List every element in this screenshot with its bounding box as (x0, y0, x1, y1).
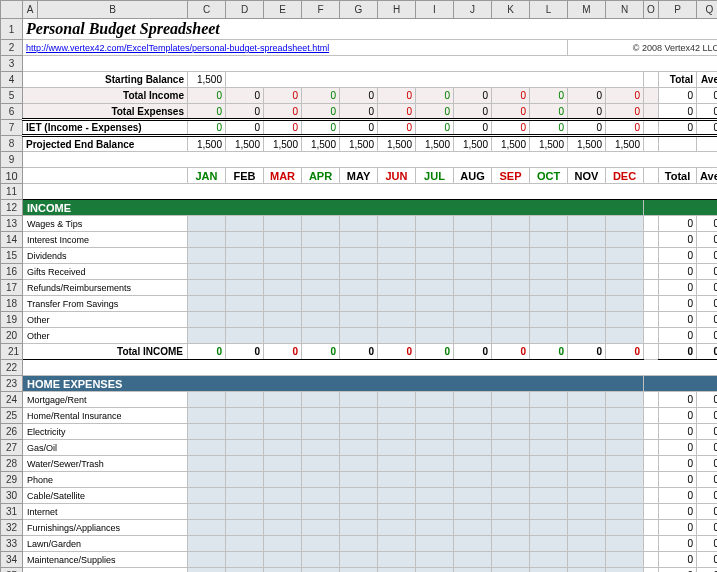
cell[interactable] (606, 232, 644, 248)
cell[interactable] (378, 424, 416, 440)
cell[interactable] (378, 440, 416, 456)
cell[interactable] (492, 568, 530, 573)
cell[interactable] (302, 536, 340, 552)
cell[interactable] (454, 488, 492, 504)
cell[interactable] (568, 312, 606, 328)
cell[interactable] (530, 568, 568, 573)
cell[interactable] (492, 552, 530, 568)
cell[interactable] (530, 248, 568, 264)
cell[interactable] (188, 296, 226, 312)
cell[interactable] (226, 424, 264, 440)
cell[interactable] (264, 232, 302, 248)
cell[interactable] (606, 552, 644, 568)
cell[interactable] (454, 552, 492, 568)
cell[interactable] (340, 232, 378, 248)
cell[interactable]: 0 (264, 120, 302, 136)
cell[interactable] (568, 216, 606, 232)
cell[interactable] (226, 216, 264, 232)
cell[interactable] (606, 520, 644, 536)
cell[interactable] (492, 504, 530, 520)
cell[interactable] (226, 472, 264, 488)
cell[interactable] (302, 440, 340, 456)
cell[interactable] (226, 520, 264, 536)
cell[interactable]: 0 (568, 104, 606, 120)
cell[interactable] (492, 312, 530, 328)
cell[interactable] (530, 472, 568, 488)
cell[interactable]: 0 (340, 104, 378, 120)
cell[interactable] (606, 536, 644, 552)
cell[interactable] (378, 536, 416, 552)
cell[interactable] (302, 472, 340, 488)
cell[interactable] (530, 456, 568, 472)
cell[interactable] (264, 216, 302, 232)
cell[interactable] (568, 328, 606, 344)
cell[interactable] (302, 424, 340, 440)
cell[interactable] (568, 296, 606, 312)
cell[interactable] (416, 440, 454, 456)
cell[interactable] (188, 552, 226, 568)
cell[interactable] (454, 568, 492, 573)
cell[interactable] (492, 424, 530, 440)
cell[interactable] (454, 408, 492, 424)
cell[interactable]: 0 (454, 104, 492, 120)
cell[interactable]: 0 (416, 120, 454, 136)
cell[interactable] (492, 472, 530, 488)
cell[interactable] (302, 568, 340, 573)
cell[interactable] (302, 248, 340, 264)
cell[interactable] (226, 232, 264, 248)
cell[interactable] (226, 264, 264, 280)
cell[interactable] (416, 552, 454, 568)
cell[interactable] (416, 392, 454, 408)
cell[interactable]: 1,500 (416, 136, 454, 152)
cell[interactable] (530, 216, 568, 232)
cell[interactable] (340, 424, 378, 440)
cell[interactable] (302, 280, 340, 296)
cell[interactable] (340, 472, 378, 488)
cell[interactable] (188, 424, 226, 440)
cell[interactable] (454, 216, 492, 232)
cell[interactable]: 0 (340, 88, 378, 104)
cell[interactable]: 0 (188, 88, 226, 104)
cell[interactable] (492, 216, 530, 232)
cell[interactable] (340, 552, 378, 568)
cell[interactable] (530, 328, 568, 344)
cell[interactable] (226, 504, 264, 520)
cell[interactable] (416, 456, 454, 472)
cell[interactable] (188, 280, 226, 296)
cell[interactable]: 1,500 (606, 136, 644, 152)
cell[interactable] (530, 280, 568, 296)
cell[interactable]: 0 (302, 88, 340, 104)
cell[interactable] (606, 328, 644, 344)
cell[interactable] (302, 408, 340, 424)
cell[interactable] (226, 280, 264, 296)
cell[interactable]: 0 (378, 88, 416, 104)
cell[interactable] (226, 568, 264, 573)
cell[interactable] (302, 392, 340, 408)
cell[interactable] (568, 568, 606, 573)
cell[interactable] (416, 216, 454, 232)
cell[interactable]: 0 (606, 120, 644, 136)
cell[interactable] (530, 504, 568, 520)
cell[interactable] (188, 456, 226, 472)
spreadsheet[interactable]: ABCDEFGHIJKLMNOPQ 1 Personal Budget Spre… (0, 0, 717, 572)
cell[interactable] (492, 392, 530, 408)
cell[interactable] (454, 248, 492, 264)
cell[interactable] (188, 440, 226, 456)
starting-balance-input[interactable]: 1,500 (188, 72, 226, 88)
cell[interactable] (492, 232, 530, 248)
cell[interactable] (302, 328, 340, 344)
cell[interactable] (454, 232, 492, 248)
source-link[interactable]: http://www.vertex42.com/ExcelTemplates/p… (23, 40, 568, 56)
cell[interactable] (606, 472, 644, 488)
cell[interactable] (454, 264, 492, 280)
cell[interactable] (606, 488, 644, 504)
cell[interactable] (188, 408, 226, 424)
cell[interactable] (568, 440, 606, 456)
cell[interactable]: 0 (568, 88, 606, 104)
cell[interactable] (378, 264, 416, 280)
cell[interactable]: 0 (492, 120, 530, 136)
cell[interactable] (530, 312, 568, 328)
cell[interactable] (416, 568, 454, 573)
cell[interactable] (264, 328, 302, 344)
cell[interactable] (530, 392, 568, 408)
